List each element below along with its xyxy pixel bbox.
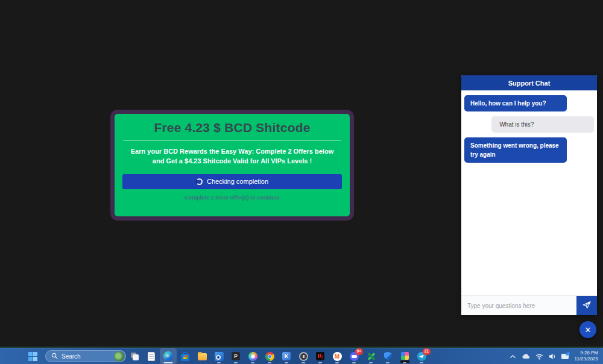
running-indicator [369,362,373,363]
start-button[interactable] [24,348,41,364]
chat-close-button[interactable]: ✕ [579,321,596,338]
chat-input-row [461,295,597,315]
file-explorer-icon [198,353,207,360]
offer-card: Free 4.23 $ BCD Shitcode Earn your BCD R… [110,110,354,221]
running-indicator [386,362,390,363]
camera-app-icon [299,352,308,361]
chat-message-bot: Hello, how can I help you? [464,95,567,111]
k-app-icon: K [282,352,291,360]
windows-security-button[interactable] [379,348,396,364]
offer-description: Earn your BCD Rewards the Easy Way: Comp… [130,147,334,166]
chat-message-user: What is this? [491,116,594,133]
audio-app-icon [316,352,324,360]
running-indicator [352,362,356,363]
checking-completion-label: Checking completion [207,178,268,185]
running-indicator [403,362,406,363]
windows-security-icon [384,352,392,361]
outlook-button[interactable] [210,348,227,364]
notepad-button[interactable] [143,348,160,364]
running-indicator [420,362,423,363]
camera-app-button[interactable] [295,348,312,364]
send-icon [582,301,592,311]
running-indicator [318,362,322,363]
offer-footer-note: Complete 2 more offer(s) to continue [115,195,350,201]
audio-app-button[interactable] [312,348,329,364]
system-tray: 9:28 PM 11/23/2025 [508,349,598,363]
edge-button[interactable] [160,348,177,364]
tray-device-icon[interactable] [560,349,570,363]
green-x-app-button[interactable] [362,348,379,364]
copilot-button[interactable] [244,348,261,364]
task-view-icon [131,353,139,360]
copilot-icon [248,352,257,361]
taskbar-search[interactable]: Search [45,350,126,362]
volume-icon[interactable] [547,349,558,363]
monero-icon: M [333,352,342,361]
telegram-button[interactable]: 21 [413,348,430,364]
spinner-icon [196,178,203,185]
send-button[interactable] [576,296,597,315]
running-indicator [302,362,305,363]
wifi-icon[interactable] [534,349,545,363]
chrome-icon [265,352,274,361]
search-highlight-image[interactable] [114,351,124,362]
desktop: Free 4.23 $ BCD Shitcode Earn your BCD R… [0,0,603,364]
device-glyph [561,354,569,359]
microsoft-store-icon [181,354,189,361]
monero-button[interactable]: M [329,348,346,364]
chat-input[interactable] [461,296,576,315]
running-indicator [164,362,173,363]
k-app-button[interactable]: K [278,348,295,364]
task-view-button[interactable] [126,348,143,364]
notification-badge: 21 [423,348,431,355]
notepad-icon [148,352,155,361]
chat-header-title: Support Chat [461,75,597,90]
search-label: Search [62,353,81,360]
offer-title: Free 4.23 $ BCD Shitcode [115,121,350,135]
microsoft-store-button[interactable] [177,348,194,364]
running-indicator [234,362,238,363]
running-indicator [217,362,221,363]
taskbar-apps: PKM9+21 [126,348,430,364]
running-indicator [285,362,288,363]
powertoys-button[interactable]: P [227,348,244,364]
green-x-app-icon [367,352,376,361]
running-indicator [335,362,339,363]
hidden-icons-chevron[interactable] [508,349,518,363]
offer-divider [123,140,341,141]
search-icon [51,351,58,362]
running-indicator [251,362,254,363]
checking-completion-button[interactable]: Checking completion [122,174,342,189]
close-icon: ✕ [585,326,592,334]
mobo-app-button[interactable] [396,348,413,364]
outlook-icon [215,352,224,361]
taskbar: Search PKM9+21 [0,348,603,364]
edge-icon [163,351,173,361]
onedrive-cloud-icon[interactable] [520,349,532,363]
notification-badge: 9+ [355,348,363,355]
windows-start-icon [28,352,37,361]
clock-time: 9:28 PM [575,350,598,356]
clock-date: 11/23/2025 [575,356,598,362]
chrome-button[interactable] [261,348,278,364]
file-explorer-button[interactable] [194,348,210,364]
running-indicator [268,362,271,363]
chat-message-bot: Something went wrong, please try again [464,137,567,163]
mobo-app-icon [401,352,409,360]
taskbar-clock[interactable]: 9:28 PM 11/23/2025 [575,350,598,363]
support-chat-panel: Support Chat Hello, how can I help you?W… [461,75,597,315]
chat-message-list: Hello, how can I help you?What is this?S… [461,90,597,295]
discord-button[interactable]: 9+ [346,348,362,364]
powertoys-icon: P [232,352,240,360]
